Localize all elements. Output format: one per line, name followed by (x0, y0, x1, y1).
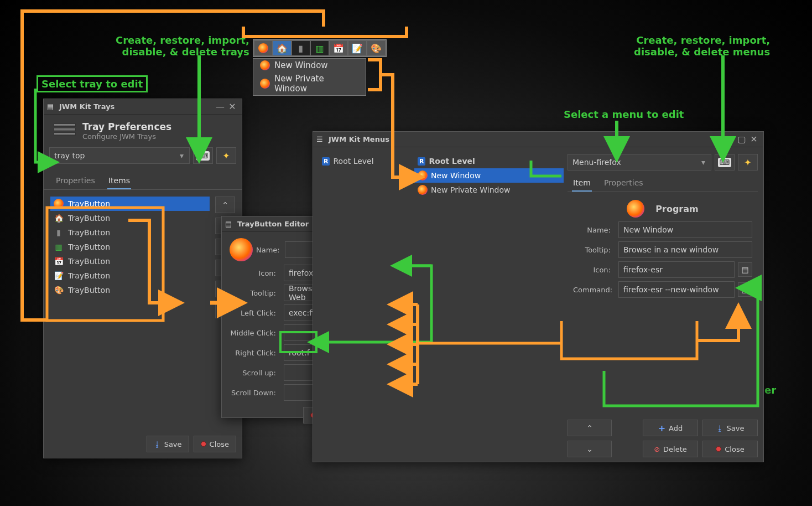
trays-close-button[interactable]: Close (194, 436, 236, 452)
menu-name-input[interactable]: New Window (618, 221, 752, 238)
tree-root[interactable]: R Root Level (319, 154, 410, 168)
paint-icon: 🎨 (54, 285, 64, 295)
root-icon: R (322, 157, 330, 166)
rightclick-label: Right Click: (230, 349, 280, 357)
tray-item-home[interactable]: 🏠TrayButton (50, 211, 210, 225)
tray-manage-button[interactable]: ✦ (216, 147, 236, 164)
menu-save-button[interactable]: ⭳Save (702, 420, 758, 436)
keyboard-icon: ⌨ (718, 158, 732, 167)
taskbar-cell-graph: ▥ (311, 41, 329, 55)
menu-delete-button[interactable]: ⊘Delete (643, 441, 698, 457)
editor-firefox-icon (230, 238, 253, 261)
tray-selector[interactable]: tray top (49, 147, 190, 164)
chevron-up-icon: ⌃ (222, 200, 228, 209)
trays-save-button[interactable]: ⭳Save (147, 436, 189, 452)
tray-item-notepad[interactable]: 📝TrayButton (50, 269, 210, 283)
page-icon: ▤ (741, 265, 748, 274)
taskbar-cell-firefox (254, 41, 272, 55)
close-title-button[interactable]: ✕ (226, 102, 238, 112)
trays-window: ▤ JWM Kit Trays — ✕ Tray Preferences Con… (43, 99, 242, 458)
trays-header: Tray Preferences Configure JWM Trays (44, 115, 242, 146)
menus-minimize[interactable]: — (723, 135, 736, 144)
scrolldown-label: Scroll Down: (230, 389, 280, 397)
tray-visual-icon (54, 123, 76, 139)
menu-tooltip-label: Tooltip: (573, 246, 615, 254)
tray-item-calendar[interactable]: 📅TrayButton (50, 254, 210, 269)
menu-icon-browse-button[interactable]: ▤ (738, 262, 752, 277)
taskbar-cell-terminal: ▮ (292, 41, 310, 55)
tooltip-label: Tooltip: (230, 289, 280, 297)
annotation-menu-manage: Create, restore, import, disable, & dele… (634, 34, 770, 58)
tab-properties-menus[interactable]: Properties (603, 175, 644, 192)
no-icon: ⊘ (654, 445, 660, 453)
trays-header-sub: Configure JWM Trays (82, 132, 171, 141)
tray-keyboard-button[interactable]: ⌨ (193, 147, 213, 164)
minimize-button[interactable]: — (214, 102, 226, 112)
tree-root-label: Root Level (333, 157, 373, 166)
menu-item-private-window[interactable]: New Private Window (414, 183, 564, 197)
save-icon: ⭳ (716, 424, 723, 432)
star-icon: ✦ (744, 157, 751, 168)
menu-close-button[interactable]: Close (702, 441, 758, 457)
menu-manage-button[interactable]: ✦ (738, 154, 758, 171)
name-label: Name: (256, 246, 282, 254)
leftclick-label: Left Click: (230, 309, 280, 317)
tray-item-paint[interactable]: 🎨TrayButton (50, 283, 210, 297)
annotation-select-tray: Select tray to edit (37, 75, 148, 92)
taskbar-preview: 🏠 ▮ ▥ 📅 📝 🎨 (253, 39, 387, 57)
menus-titlebar: ☰ JWM Kit Menus — ▢ ✕ (313, 132, 763, 147)
taskbar-cell-calendar: 📅 (330, 41, 347, 55)
menus-title: JWM Kit Menus (329, 135, 389, 143)
menu-command-input[interactable]: firefox-esr --new-window (618, 281, 735, 298)
menu-selector[interactable]: Menu-firefox (568, 154, 711, 171)
menu-move-up-button[interactable]: ⌃ (568, 420, 612, 436)
menu-command-label: Command: (573, 286, 615, 294)
taskbar-cell-notepad: 📝 (348, 41, 366, 55)
menu-icon-label: Icon: (573, 266, 615, 274)
graph-icon: ▥ (54, 242, 64, 252)
trays-header-title: Tray Preferences (82, 121, 171, 132)
menus-close-title[interactable]: ✕ (748, 135, 760, 144)
tray-item-terminal[interactable]: ▮TrayButton (50, 225, 210, 240)
menu-icon-input[interactable]: firefox-esr (618, 261, 735, 278)
firefox-icon (418, 171, 428, 180)
tab-properties[interactable]: Properties (55, 173, 96, 189)
taskbar-cell-paint: 🎨 (367, 41, 385, 55)
taskbar-cell-home: 🏠 (273, 41, 291, 55)
context-item-private-window[interactable]: New Private Window (253, 72, 366, 95)
menus-icon: ☰ (316, 135, 325, 144)
center-root-header: R Root Level (414, 154, 564, 168)
menu-item-new-window[interactable]: New Window (414, 168, 564, 183)
keyboard-icon: ⌨ (196, 151, 210, 161)
menu-tooltip-input[interactable]: Browse in a new window (618, 241, 752, 258)
menu-keyboard-button[interactable]: ⌨ (715, 154, 735, 171)
stop-icon (716, 446, 721, 452)
chevron-down-icon: ⌄ (586, 445, 593, 453)
chevron-up-icon: ⌃ (586, 424, 593, 432)
editor-title: TrayButton Editor (237, 220, 309, 228)
notepad-icon: 📝 (54, 271, 64, 281)
menu-move-down-button[interactable]: ⌄ (568, 441, 612, 457)
menu-add-button[interactable]: +Add (643, 420, 698, 436)
calendar-icon: 📅 (54, 256, 64, 266)
middleclick-label: Middle Click: (230, 329, 280, 337)
tray-item-graph[interactable]: ▥TrayButton (50, 240, 210, 254)
firefox-icon (418, 185, 428, 195)
star-icon: ✦ (222, 151, 230, 161)
tray-item-firefox[interactable]: TrayButton (50, 197, 210, 211)
tray-items-list: TrayButton 🏠TrayButton ▮TrayButton ▥Tray… (50, 197, 210, 318)
save-icon: ⭳ (154, 440, 161, 448)
context-item-new-window[interactable]: New Window (253, 59, 366, 72)
icon-label: Icon: (230, 269, 280, 277)
annotation-tray-manage: Create, restore, import, disable, & dele… (116, 34, 249, 58)
menus-window: ☰ JWM Kit Menus — ▢ ✕ R Root Level R Roo… (313, 131, 764, 462)
menu-command-browse-button[interactable]: ▤ (738, 282, 752, 297)
root-icon-2: R (418, 157, 425, 166)
editor-icon: ▤ (225, 220, 234, 229)
firefox-icon (54, 199, 64, 209)
move-up-button[interactable]: ⌃ (215, 197, 235, 213)
tab-item[interactable]: Item (572, 175, 592, 192)
trays-title: JWM Kit Trays (59, 102, 114, 111)
menus-maximize[interactable]: ▢ (736, 135, 748, 144)
tab-items[interactable]: Items (107, 173, 131, 189)
